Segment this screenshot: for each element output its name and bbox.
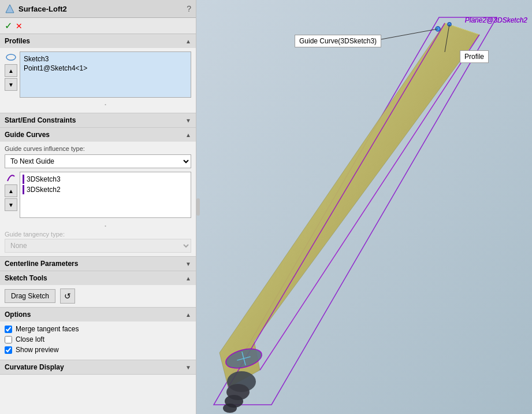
guide-move-down-button[interactable]: ▼ [5, 198, 17, 211]
svg-point-1 [6, 54, 16, 60]
chevron-centerline-icon: ▼ [185, 261, 191, 267]
close-loft-label: Close loft [16, 335, 44, 343]
panel-resize-handle[interactable] [196, 198, 200, 216]
profiles-list[interactable]: Sketch3 Point1@Sketch4<1> [20, 51, 191, 98]
guide-tangency-dropdown[interactable]: None [5, 239, 191, 253]
option-show-preview-row: Show preview [5, 346, 191, 354]
guide-curve-icon [5, 172, 17, 183]
section-header-sketch-tools[interactable]: Sketch Tools ▲ [0, 271, 196, 285]
section-body-profiles: ▲ ▼ Sketch3 Point1@Sketch4<1> · [0, 48, 196, 113]
section-label-start-end: Start/End Constraints [5, 116, 76, 124]
section-profiles: Profiles ▲ ▲ ▼ Sketch3 Point1@Sketch4<1> [0, 34, 196, 113]
drag-sketch-button[interactable]: Drag Sketch [5, 289, 55, 303]
guide-influence-label: Guide curves influence type: [5, 145, 191, 152]
section-header-options[interactable]: Options ▲ [0, 308, 196, 321]
accept-button[interactable]: ✓ [5, 20, 12, 31]
chevron-curvature-icon: ▼ [185, 364, 191, 371]
chevron-options-icon: ▲ [185, 312, 191, 318]
svg-marker-0 [6, 5, 14, 13]
merge-tangent-checkbox[interactable] [5, 326, 12, 333]
cancel-button[interactable]: ✕ [16, 20, 23, 31]
section-centerline: Centerline Parameters ▼ [0, 257, 196, 271]
section-label-centerline: Centerline Parameters [5, 260, 78, 268]
chevron-profiles-icon: ▲ [185, 38, 191, 45]
section-body-sketch-tools: Drag Sketch ↺ [0, 285, 196, 307]
section-body-guide-curves: Guide curves influence type: To Next Gui… [0, 142, 196, 256]
section-header-guide-curves[interactable]: Guide Curves ▲ [0, 128, 196, 142]
show-preview-label: Show preview [16, 346, 59, 354]
section-body-options: Merge tangent faces Close loft Show prev… [0, 321, 196, 360]
profile-side-controls: ▲ ▼ [5, 51, 17, 91]
section-label-options: Options [5, 310, 31, 319]
merge-tangent-label: Merge tangent faces [16, 325, 79, 333]
plane-label-text: Plane2@3DSketch2 [465, 16, 527, 24]
guide-curve-item: 3DSketch3 [23, 175, 188, 184]
help-icon[interactable]: ? [187, 4, 191, 13]
guide-curve-tooltip: Guide Curve(3DSketch3) [295, 35, 381, 47]
surface-loft-icon [5, 3, 15, 14]
title-bar: Surface-Loft2 ? [0, 0, 196, 18]
dot-indicator-guide: · [20, 220, 191, 231]
chevron-start-end-icon: ▼ [185, 117, 191, 124]
section-label-profiles: Profiles [5, 37, 30, 45]
option-merge-tangent-row: Merge tangent faces [5, 325, 191, 333]
guide-curve-item: 3DSketch2 [23, 185, 188, 194]
guide-tangency-label: Guide tangency type: [5, 231, 191, 238]
profile-item: Sketch3 [23, 54, 188, 64]
option-close-loft-row: Close loft [5, 335, 191, 343]
section-label-sketch-tools: Sketch Tools [5, 274, 47, 282]
section-curvature: Curvature Display ▼ [0, 360, 196, 375]
chevron-sketch-tools-icon: ▲ [185, 275, 191, 282]
section-label-curvature: Curvature Display [5, 363, 64, 371]
section-header-centerline[interactable]: Centerline Parameters ▼ [0, 257, 196, 271]
guide-influence-dropdown[interactable]: To Next Guide To Next Sharp Global [5, 154, 191, 168]
guide-move-up-button[interactable]: ▲ [5, 184, 17, 197]
action-row: ✓ ✕ [0, 18, 196, 34]
guide-curve-tooltip-text: Guide Curve(3DSketch3) [299, 37, 377, 45]
section-guide-curves: Guide Curves ▲ Guide curves influence ty… [0, 128, 196, 257]
profile-move-up-button[interactable]: ▲ [5, 64, 17, 77]
show-preview-checkbox[interactable] [5, 346, 12, 354]
canvas-area[interactable]: Plane2@3DSketch2 Guide Curve(3DSketch3) … [196, 0, 532, 414]
section-start-end: Start/End Constraints ▼ [0, 113, 196, 128]
profile-item: Point1@Sketch4<1> [23, 64, 188, 73]
close-loft-checkbox[interactable] [5, 336, 12, 343]
section-header-curvature[interactable]: Curvature Display ▼ [0, 360, 196, 374]
left-panel: Surface-Loft2 ? ✓ ✕ Profiles ▲ ▲ ▼ [0, 0, 196, 414]
chevron-guide-curves-icon: ▲ [185, 132, 191, 138]
section-header-start-end[interactable]: Start/End Constraints ▼ [0, 113, 196, 127]
svg-point-14 [223, 404, 237, 413]
dot-indicator: · [20, 99, 191, 109]
guide-side-controls: ▲ ▼ [5, 172, 17, 211]
guide-curves-list[interactable]: 3DSketch3 3DSketch2 [20, 172, 191, 218]
profile-tooltip: Profile [460, 50, 489, 63]
section-header-profiles[interactable]: Profiles ▲ [0, 34, 196, 48]
profile-tooltip-text: Profile [464, 53, 484, 61]
section-options: Options ▲ Merge tangent faces Close loft… [0, 308, 196, 360]
section-sketch-tools: Sketch Tools ▲ Drag Sketch ↺ [0, 271, 196, 308]
profile-sketch-icon [5, 51, 17, 63]
section-label-guide-curves: Guide Curves [5, 131, 50, 139]
window-title: Surface-Loft2 [18, 5, 67, 13]
profile-move-down-button[interactable]: ▼ [5, 78, 17, 91]
sketch-tool-icon-button[interactable]: ↺ [60, 289, 75, 304]
